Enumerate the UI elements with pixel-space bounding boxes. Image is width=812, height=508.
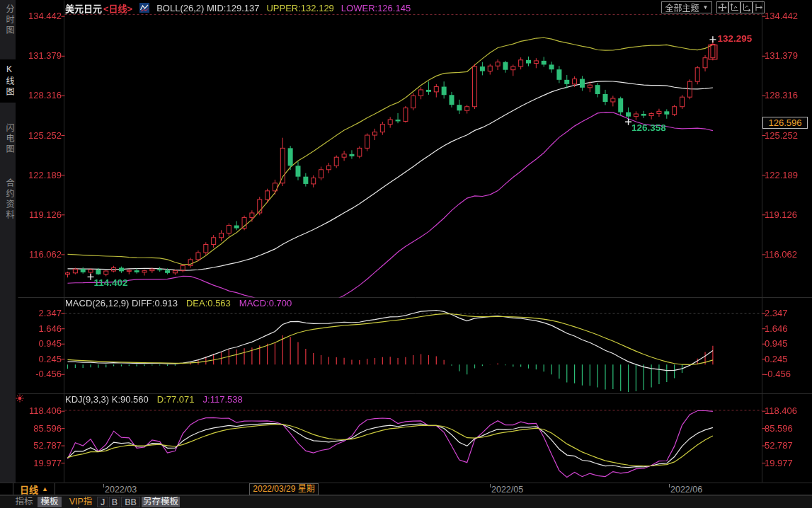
axis-price-box: 126.596 (762, 117, 808, 129)
axis-label: 131.379 (765, 50, 798, 61)
symbol-period: <日线> (103, 4, 132, 14)
axis-label: 2.347 (765, 308, 788, 318)
axis-label: 122.189 (765, 170, 798, 180)
chart-header: 美元日元<日线> BOLL(26,2) MID:129.137 UPPER:13… (65, 2, 411, 13)
theme-dropdown-label: 全部主题 (665, 1, 699, 13)
price-annotation: 132.295 (717, 33, 752, 44)
triangle-up-icon: ▲ (42, 485, 48, 492)
bottom-toolbar: 指标模板VIP指标JBBB另存模板 (0, 495, 812, 508)
crosshair-move-icon[interactable] (716, 1, 728, 13)
theme-dropdown-button[interactable]: 全部主题 ▼ (661, 1, 712, 13)
axis-label: 0.945 (765, 338, 788, 349)
macd-dea-legend: DEA:0.563 (186, 298, 231, 308)
crosshair-date-box: 2022/03/29 星期二 (249, 483, 319, 495)
x-axis-scale-icon[interactable] (740, 1, 753, 13)
axis-label: -0.456 (765, 369, 791, 379)
month-tick (669, 484, 670, 487)
axis-label: 118.406 (18, 405, 62, 416)
axis-label: 0.945 (18, 338, 62, 349)
indicator-icon (139, 3, 149, 13)
y-axis-scale-icon[interactable] (728, 1, 740, 13)
sidebar-tab-4[interactable]: 合约资料 (0, 178, 16, 221)
axis-label: 1.646 (765, 323, 788, 334)
kdj-panel-header: KDJ(9,3,3) K:90.560 D:77.071 J:117.538 (65, 394, 243, 404)
symbol-name: 美元日元 (65, 4, 102, 14)
axis-label: 0.245 (765, 354, 788, 364)
axis-label: 85.596 (765, 423, 793, 434)
axis-label: 116.062 (18, 249, 62, 260)
toolbar-item-4[interactable]: J (97, 497, 108, 507)
toolbar-item-7[interactable]: 另存模板 (142, 497, 180, 507)
boll-legend: BOLL(26,2) MID:129.137 (156, 3, 259, 13)
macd-legend: MACD(26,12,9) DIFF:0.913 (65, 298, 178, 308)
toolbar-item-1[interactable]: 指标 (11, 497, 37, 507)
kdj-k-legend: KDJ(9,3,3) K:90.560 (65, 394, 149, 404)
kdj-d-legend: D:77.071 (157, 394, 195, 404)
axis-label: 118.406 (765, 405, 797, 416)
chevron-down-icon: ▼ (703, 5, 709, 11)
axis-label: 19.977 (765, 458, 793, 468)
toolbar-item-5[interactable]: B (109, 497, 120, 507)
axis-label: 2.347 (18, 308, 62, 318)
sidebar-tab-2[interactable]: K线图 (0, 59, 16, 103)
toolbar-item-2[interactable]: 模板 (38, 497, 62, 507)
axis-label: 116.062 (765, 249, 797, 260)
indicator-alert-icon[interactable] (16, 394, 24, 403)
boll-lower-legend: LOWER:126.145 (341, 3, 411, 13)
date-axis: 日线 ▲ 2022/032022/052022/06 2022/03/29 星期… (0, 483, 812, 495)
month-label: 2022/06 (670, 485, 702, 495)
axis-label: 0.245 (18, 354, 62, 364)
period-selector[interactable]: 日线 ▲ (13, 483, 55, 495)
price-annotation: 126.358 (631, 122, 666, 133)
month-label: 2022/03 (105, 485, 137, 495)
macd-panel-header: MACD(26,12,9) DIFF:0.913 DEA:0.563 MACD:… (65, 298, 292, 308)
axis-label: 122.189 (18, 170, 62, 180)
axis-label: 128.316 (765, 90, 798, 100)
symbol-title: 美元日元<日线> (65, 1, 132, 15)
period-selector-label: 日线 (20, 483, 38, 496)
month-tick (490, 484, 491, 487)
macd-macd-legend: MACD:0.700 (239, 298, 292, 308)
axis-label: -0.456 (18, 369, 62, 379)
shift-right-icon[interactable] (753, 1, 765, 13)
axis-label: 125.252 (765, 130, 798, 141)
sidebar: 分时图K线图闪电图合约资料 (0, 0, 16, 483)
sidebar-tab-3[interactable]: 闪电图 (0, 123, 16, 155)
axis-label: 19.977 (18, 458, 62, 468)
toolbar-item-6[interactable]: BB (121, 497, 140, 507)
axis-label: 85.596 (18, 423, 62, 434)
axis-label: 128.316 (18, 90, 62, 100)
axis-label: 134.442 (765, 11, 798, 21)
axis-label: 52.787 (765, 440, 793, 451)
axis-label: 125.252 (18, 130, 62, 141)
axis-label: 52.787 (18, 440, 62, 451)
axis-label: 131.379 (18, 50, 62, 61)
axis-label: 134.442 (18, 11, 62, 21)
axis-label: 119.126 (18, 209, 62, 220)
month-label: 2022/05 (491, 485, 523, 495)
kdj-j-legend: J:117.538 (203, 394, 243, 404)
toolbar-item-3[interactable]: VIP指标 (65, 497, 96, 507)
boll-upper-legend: UPPER:132.129 (266, 3, 333, 13)
axis-label: 119.126 (765, 209, 797, 220)
chart-plot-area[interactable] (64, 12, 762, 482)
axis-label: 1.646 (18, 323, 62, 334)
month-tick (103, 484, 104, 487)
sidebar-tab-1[interactable]: 分时图 (0, 4, 16, 36)
price-annotation: 114.402 (94, 277, 128, 288)
